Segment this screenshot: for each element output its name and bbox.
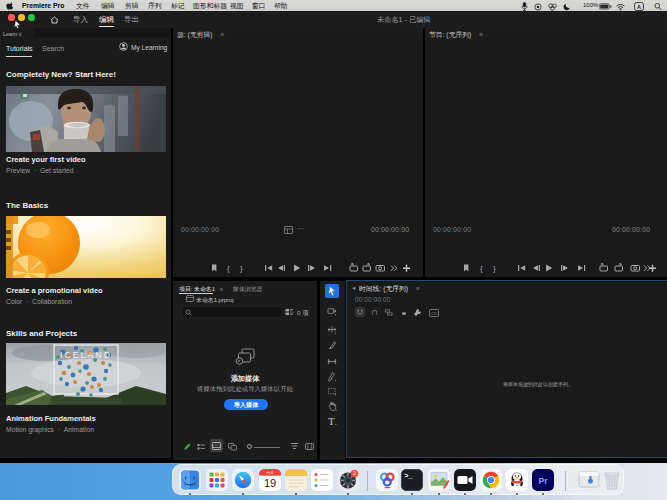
svg-text:2: 2 bbox=[353, 470, 356, 476]
svg-text:19: 19 bbox=[264, 477, 276, 489]
svg-text:{: { bbox=[480, 264, 483, 273]
svg-text:{: { bbox=[227, 264, 230, 273]
svg-text:}: } bbox=[493, 264, 496, 273]
svg-text:A: A bbox=[637, 4, 641, 10]
svg-text:CC: CC bbox=[431, 311, 437, 316]
svg-text:>_: >_ bbox=[405, 473, 413, 480]
svg-text:ICELAND: ICELAND bbox=[60, 350, 112, 360]
svg-text:六月: 六月 bbox=[267, 471, 274, 475]
svg-text:}: } bbox=[240, 264, 243, 273]
svg-text:Pr: Pr bbox=[539, 476, 549, 486]
